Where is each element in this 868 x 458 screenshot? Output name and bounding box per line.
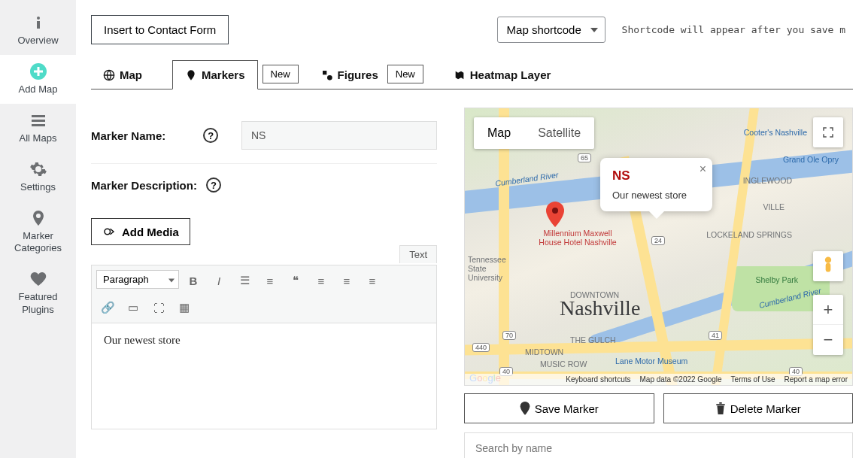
tab-heatmap[interactable]: Heatmap Layer — [442, 61, 563, 89]
poi-cooters: Cooter's Nashville — [744, 128, 807, 137]
heart-icon — [29, 270, 47, 288]
poi-lane: Lane Motor Museum — [615, 356, 687, 365]
svg-rect-7 — [32, 124, 45, 126]
format-select[interactable]: Paragraph — [96, 270, 179, 289]
tabs: Map Markers New Figures New Heatmap Laye… — [91, 59, 853, 89]
svg-point-11 — [105, 229, 111, 235]
sidebar-item-featured-plugins[interactable]: Featured Plugins — [0, 262, 76, 324]
tab-label: Map — [120, 68, 142, 81]
poi-tsu: Tennessee State University — [468, 255, 520, 282]
save-marker-label: Save Marker — [535, 402, 599, 415]
main-panel: Insert to Contact Form Map shortcode Sho… — [76, 0, 868, 458]
keyboard-shortcuts-link[interactable]: Keyboard shortcuts — [566, 375, 630, 384]
tab-figures[interactable]: Figures — [317, 61, 383, 89]
quote-button[interactable]: ❝ — [284, 270, 307, 291]
map-marker-pin-icon[interactable] — [546, 202, 564, 227]
map-type-toggle: Map Satellite — [474, 117, 594, 149]
poi-musicrow: MUSIC ROW — [540, 359, 587, 369]
info-window: × NS Our newest store — [600, 158, 712, 211]
shortcode-hint: Shortcode will appear after you save m — [615, 17, 853, 43]
info-window-close-button[interactable]: × — [700, 162, 706, 176]
toolbar-toggle-button[interactable]: ▦ — [173, 297, 196, 318]
svg-point-10 — [327, 75, 332, 80]
terms-link[interactable]: Terms of Use — [731, 375, 775, 384]
globe-icon — [103, 69, 115, 81]
poi-opry: Grand Ole Opry — [783, 155, 839, 164]
trash-icon — [715, 402, 726, 414]
shortcode-select[interactable]: Map shortcode — [497, 17, 605, 43]
delete-marker-label: Delete Marker — [730, 402, 801, 415]
help-icon[interactable]: ? — [203, 128, 218, 143]
sidebar-item-label: Settings — [20, 181, 56, 194]
number-list-button[interactable]: ≡ — [259, 270, 281, 291]
tab-markers[interactable]: Markers — [172, 60, 258, 89]
sidebar-item-add-map[interactable]: Add Map — [0, 55, 76, 104]
shield-440: 440 — [472, 343, 490, 352]
heatmap-icon — [454, 69, 466, 81]
city-label: Nashville — [560, 296, 640, 320]
svg-rect-9 — [323, 71, 326, 74]
editor-body[interactable]: Our newest store — [92, 323, 436, 429]
sidebar-item-overview[interactable]: Overview — [0, 6, 76, 55]
align-left-button[interactable]: ≡ — [310, 270, 332, 291]
report-link[interactable]: Report a map error — [785, 375, 848, 384]
save-marker-button[interactable]: Save Marker — [464, 393, 654, 423]
marker-name-label: Marker Name: — [91, 129, 165, 142]
align-center-button[interactable]: ≡ — [335, 270, 358, 291]
bold-button[interactable]: B — [182, 270, 205, 291]
svg-rect-4 — [34, 70, 43, 72]
poi-gulch: THE GULCH — [570, 335, 616, 344]
bullet-list-button[interactable]: ☰ — [233, 270, 256, 291]
marker-icon — [185, 69, 197, 81]
zoom-in-button[interactable]: + — [813, 295, 843, 325]
delete-marker-button[interactable]: Delete Marker — [663, 393, 854, 423]
help-icon[interactable]: ? — [206, 177, 221, 193]
shield-65: 65 — [578, 153, 591, 162]
sidebar-item-settings[interactable]: Settings — [0, 153, 76, 202]
gear-icon — [29, 160, 47, 178]
svg-rect-6 — [32, 120, 45, 122]
new-badge-figures[interactable]: New — [387, 65, 423, 83]
link-button[interactable]: 🔗 — [96, 297, 119, 318]
insert-contact-form-button[interactable]: Insert to Contact Form — [91, 15, 229, 44]
sidebar-item-all-maps[interactable]: All Maps — [0, 104, 76, 153]
zoom-control: + − — [813, 295, 843, 355]
fullscreen-button[interactable]: ⛶ — [147, 297, 170, 318]
poi-mmhh: Millennium Maxwell House Hotel Nashville — [533, 229, 623, 247]
tab-label: Figures — [338, 68, 378, 81]
italic-button[interactable]: I — [208, 270, 230, 291]
poi-inglewood: INGLEWOOD — [743, 176, 792, 185]
new-badge-markers[interactable]: New — [263, 65, 299, 83]
editor-text-tab[interactable]: Text — [399, 245, 437, 263]
pegman-button[interactable] — [813, 251, 843, 281]
map-footer: Keyboard shortcuts Map data ©2022 Google… — [465, 374, 852, 385]
zoom-out-button[interactable]: − — [813, 325, 843, 355]
sidebar-item-label: Add Map — [18, 83, 57, 96]
poi-ville: VILLE — [763, 202, 785, 211]
tab-label: Heatmap Layer — [470, 68, 551, 81]
marker-name-input[interactable] — [241, 121, 437, 150]
poi-shelby: Shelby Park — [755, 275, 798, 284]
map-canvas[interactable]: Nashville Cooter's Nashville Grand Ole O… — [464, 108, 853, 386]
tab-label: Markers — [202, 68, 245, 81]
svg-rect-1 — [37, 21, 40, 29]
map-type-satellite[interactable]: Satellite — [524, 117, 594, 149]
pegman-icon — [821, 256, 836, 277]
insert-button[interactable]: ▭ — [122, 297, 144, 318]
align-right-button[interactable]: ≡ — [361, 270, 384, 291]
shield-70b: 41 — [709, 331, 722, 340]
media-icon — [102, 225, 116, 238]
add-media-button[interactable]: Add Media — [91, 218, 190, 245]
shield-70: 70 — [502, 331, 516, 340]
tab-map[interactable]: Map — [91, 61, 154, 89]
sidebar-item-label: Marker Categories — [3, 230, 73, 256]
plus-circle-icon — [29, 62, 47, 80]
map-type-map[interactable]: Map — [474, 117, 524, 149]
sidebar-item-marker-categories[interactable]: Marker Categories — [0, 202, 76, 263]
sidebar-item-label: Featured Plugins — [3, 291, 73, 317]
marker-icon — [29, 209, 47, 227]
search-input[interactable] — [464, 432, 853, 458]
fullscreen-button[interactable] — [813, 117, 843, 147]
sidebar-item-label: All Maps — [20, 132, 57, 145]
svg-rect-5 — [32, 115, 45, 117]
